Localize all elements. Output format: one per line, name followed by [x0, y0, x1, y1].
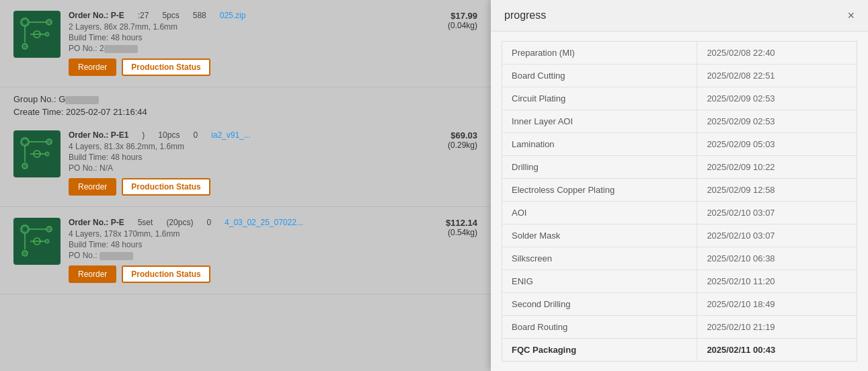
progress-table-wrapper: Preparation (MI)2025/02/08 22:40Board Cu…	[491, 32, 868, 368]
order-price-3: $112.14 (0.54kg)	[424, 218, 477, 237]
pcb-thumbnail-2	[13, 130, 61, 177]
progress-title: progress	[504, 9, 546, 22]
pcb-thumbnail-3	[13, 218, 61, 265]
order-card-3: Order No.: P-E 5set (20pcs) 0 4_03_02_25…	[0, 207, 491, 294]
progress-step-time: 2025/02/09 02:53	[697, 87, 857, 110]
order-qty-2: 10pcs	[158, 130, 180, 140]
order-po-2: PO No.: N/A	[69, 163, 416, 173]
order-details-3: Order No.: P-E 5set (20pcs) 0 4_03_02_25…	[69, 218, 416, 283]
progress-step-time: 2025/02/08 22:40	[697, 42, 857, 65]
reorder-button-2[interactable]: Reorder	[69, 178, 116, 196]
svg-point-22	[23, 227, 27, 231]
order-card-1: Order No.: P-E :27 5pcs 588 025.zip 2 La…	[0, 0, 491, 87]
svg-point-29	[45, 239, 49, 243]
group-blur	[65, 96, 99, 104]
order-build-1: Build Time: 48 hours	[69, 33, 416, 42]
svg-point-4	[22, 44, 28, 49]
svg-point-19	[45, 152, 49, 156]
progress-step-name: Electroless Copper Plating	[502, 179, 697, 202]
progress-step-time: 2025/02/10 18:49	[697, 293, 857, 316]
progress-row: Second Drilling2025/02/10 18:49	[502, 293, 857, 316]
progress-step-time: 2025/02/10 03:07	[697, 202, 857, 224]
reorder-button-1[interactable]: Reorder	[69, 58, 116, 76]
production-status-button-3[interactable]: Production Status	[122, 265, 210, 283]
order-po-3: PO No.:	[69, 251, 416, 260]
svg-point-13	[46, 139, 52, 145]
production-status-button-1[interactable]: Production Status	[122, 58, 210, 76]
order-num-1: Order No.: P-E	[69, 11, 124, 20]
close-button[interactable]: ×	[847, 9, 855, 22]
progress-step-name: FQC Packaging	[502, 339, 697, 362]
production-status-button-2[interactable]: Production Status	[122, 178, 210, 196]
progress-step-name: Lamination	[502, 133, 697, 156]
progress-row: Silkscreen2025/02/10 06:38	[502, 247, 857, 270]
group-header: Group No.: G Create Time: 2025-02-07 21:…	[0, 87, 491, 117]
progress-table: Preparation (MI)2025/02/08 22:40Board Cu…	[502, 41, 857, 362]
svg-point-9	[45, 32, 49, 36]
order-file-link-3[interactable]: 4_03_02_25_07022...	[225, 218, 303, 227]
progress-step-time: 2025/02/10 11:20	[697, 270, 857, 293]
order-num-3: Order No.: P-E	[69, 218, 124, 227]
progress-row: Lamination2025/02/09 05:03	[502, 133, 857, 156]
progress-step-time: 2025/02/09 02:53	[697, 110, 857, 133]
progress-row: Preparation (MI)2025/02/08 22:40	[502, 42, 857, 65]
order-price-1: $17.99 (0.04kg)	[424, 11, 477, 30]
order-file-link-2[interactable]: ia2_v91_...	[211, 130, 251, 140]
progress-row: ENIG2025/02/10 11:20	[502, 270, 857, 293]
svg-point-14	[22, 163, 28, 169]
order-num-suffix-2: )	[142, 130, 145, 140]
progress-step-time: 2025/02/08 22:51	[697, 65, 857, 87]
order-file-link-1[interactable]: 025.zip	[220, 11, 246, 20]
svg-point-24	[22, 251, 28, 256]
progress-row: FQC Packaging2025/02/11 00:43	[502, 339, 857, 362]
progress-step-time: 2025/02/10 06:38	[697, 247, 857, 270]
svg-point-3	[46, 19, 52, 25]
progress-step-name: Inner Layer AOI	[502, 110, 697, 133]
progress-row: Board Cutting2025/02/08 22:51	[502, 65, 857, 87]
price-weight-3: (0.54kg)	[424, 228, 477, 237]
progress-row: Circuit Plating2025/02/09 02:53	[502, 87, 857, 110]
order-details-1: Order No.: P-E :27 5pcs 588 025.zip 2 La…	[69, 11, 416, 76]
progress-step-time: 2025/02/09 05:03	[697, 133, 857, 156]
progress-step-time: 2025/02/10 03:07	[697, 224, 857, 247]
order-build-2: Build Time: 48 hours	[69, 153, 416, 162]
progress-step-name: Circuit Plating	[502, 87, 697, 110]
svg-point-23	[46, 226, 52, 232]
price-val-2: $69.03	[424, 130, 477, 140]
price-weight-1: (0.04kg)	[424, 21, 477, 30]
order-spec-3: 4 Layers, 178x 170mm, 1.6mm	[69, 229, 416, 239]
order-card-2: Order No.: P-E1 ) 10pcs 0 ia2_v91_... 4 …	[0, 120, 491, 207]
progress-step-name: Drilling	[502, 156, 697, 179]
progress-row: Electroless Copper Plating2025/02/09 12:…	[502, 179, 857, 202]
order-num-suffix-1: :27	[138, 11, 149, 20]
progress-step-name: Preparation (MI)	[502, 42, 697, 65]
progress-panel: progress × Preparation (MI)2025/02/08 22…	[491, 0, 868, 371]
reorder-button-3[interactable]: Reorder	[69, 265, 116, 283]
order-file-code-1: 588	[193, 11, 206, 20]
order-price-2: $69.03 (0.29kg)	[424, 130, 477, 150]
order-spec-1: 2 Layers, 86x 28.7mm, 1.6mm	[69, 22, 416, 32]
progress-step-name: Solder Mask	[502, 224, 697, 247]
po-blur-3	[100, 252, 133, 260]
progress-row: Drilling2025/02/09 10:22	[502, 156, 857, 179]
order-file-code-3: 0	[206, 218, 211, 227]
price-val-1: $17.99	[424, 11, 477, 21]
progress-step-name: Second Drilling	[502, 293, 697, 316]
svg-point-12	[23, 140, 27, 144]
progress-step-name: ENIG	[502, 270, 697, 293]
progress-step-time: 2025/02/10 21:19	[697, 316, 857, 339]
progress-step-name: Board Routing	[502, 316, 697, 339]
progress-row: AOI2025/02/10 03:07	[502, 202, 857, 224]
order-spec-2: 4 Layers, 81.3x 86.2mm, 1.6mm	[69, 142, 416, 151]
po-blur-1	[104, 45, 138, 53]
progress-step-time: 2025/02/11 00:43	[697, 339, 857, 362]
order-qty-extra-3: (20pcs)	[166, 218, 193, 227]
order-qty-1: 5pcs	[162, 11, 179, 20]
order-qty-3: 5set	[138, 218, 153, 227]
progress-step-time: 2025/02/09 12:58	[697, 179, 857, 202]
order-build-3: Build Time: 48 hours	[69, 240, 416, 249]
progress-row: Board Routing2025/02/10 21:19	[502, 316, 857, 339]
orders-list: Order No.: P-E :27 5pcs 588 025.zip 2 La…	[0, 0, 491, 371]
order-po-1: PO No.: 2	[69, 44, 416, 53]
price-val-3: $112.14	[424, 218, 477, 228]
